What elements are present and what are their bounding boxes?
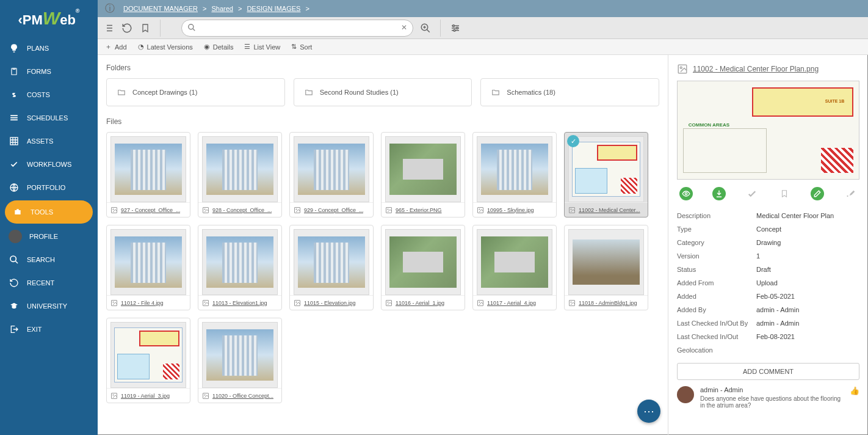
nav-profile[interactable]: PROFILE [0,225,98,248]
bookmark-icon[interactable] [139,22,151,34]
svg-point-10 [457,27,458,29]
history-icon[interactable] [121,22,133,34]
like-icon[interactable]: 👍 [850,386,859,409]
file-tile[interactable]: 11015 - Elevation.jpg [289,225,374,310]
comment: admin - Admin Does anyone else have ques… [677,386,859,409]
zoom-in-icon[interactable] [419,22,432,34]
comment-avatar [677,386,694,403]
view-action-icon[interactable] [679,187,693,200]
file-tile[interactable]: 11013 - Elevation1.jpg [198,225,282,310]
nav-assets[interactable]: ASSETS [0,130,98,153]
file-name: 11020 - Office Concept... [212,393,273,399]
svg-point-33 [479,301,480,302]
folder-tile[interactable]: Schematics (18) [480,78,659,106]
nav-search[interactable]: SEARCH [0,248,98,271]
list-view-button[interactable]: ☰ List View [244,43,280,51]
folders-label: Folders [106,64,659,72]
nav-label: WORKFLOWS [27,161,71,168]
image-icon [110,207,118,214]
add-button[interactable]: ＋ Add [105,42,127,51]
download-action-icon[interactable] [712,187,726,200]
nav-forms[interactable]: FORMS [0,60,98,83]
folder-tile[interactable]: Concept Drawings (1) [106,78,285,106]
details-button[interactable]: ◉ Details [204,43,234,51]
nav-schedules[interactable]: SCHEDULES [0,106,98,130]
breadcrumb: DOCUMENT MANAGER>Shared>DESIGN IMAGES> [123,5,309,12]
file-tile[interactable]: 10995 - Skyline.jpg [472,132,557,218]
nav-portfolio[interactable]: PORTFOLIO [0,176,98,199]
file-tile[interactable]: 928 - Concept_Office_... [198,132,282,218]
sidebar: ‹PMWeb® PLANSFORMSCOSTSSCHEDULESASSETSWO… [0,0,98,435]
nav-costs[interactable]: COSTS [0,83,98,106]
gradcap-icon [9,301,20,312]
exit-icon [9,324,20,335]
selected-badge-icon: ✓ [567,135,579,147]
nav-university[interactable]: UNIVERSITY [0,294,98,318]
comment-author: admin - Admin [700,386,844,393]
breadcrumb-item[interactable]: DOCUMENT MANAGER [123,5,198,12]
settings-sliders-icon[interactable] [449,22,461,34]
file-name: 11002 - Medical Center... [579,207,640,213]
meta-label: Type [677,225,756,233]
file-tile[interactable]: 11012 - File 4.jpg [106,225,190,310]
info-icon[interactable]: ⓘ [104,2,116,15]
clear-search-icon[interactable]: ✕ [401,23,407,32]
file-tile[interactable]: 11017 - Aerial_4.jpg [472,225,557,310]
sort-button[interactable]: ⇅ Sort [291,43,312,51]
file-tile[interactable]: ✓11002 - Medical Center... [564,132,648,218]
nav-workflows[interactable]: WORKFLOWS [0,153,98,176]
svg-point-41 [680,67,682,68]
nav-label: SEARCH [27,256,55,263]
file-thumbnail [202,322,278,388]
edit-action-icon[interactable] [811,187,824,200]
nav-label: FORMS [27,68,51,75]
meta-label: Added By [677,306,756,313]
image-icon [677,64,688,75]
file-name: 11012 - File 4.jpg [121,300,164,306]
file-tile[interactable]: 11018 - AdminBldg1.jpg [564,225,648,310]
nav-recent[interactable]: RECENT [0,271,98,294]
brush-action-icon[interactable] [844,187,857,200]
file-name: 11017 - Aerial_4.jpg [487,300,536,306]
toolbar: ✕ [98,17,868,39]
meta-value [756,346,859,354]
nav-plans[interactable]: PLANS [0,37,98,60]
file-thumbnail [110,322,186,388]
svg-point-39 [204,394,206,395]
meta-value: 1 [756,252,859,260]
nav-tools[interactable]: TOOLS [5,200,93,224]
bookmark-action-icon[interactable] [778,187,791,200]
file-tile[interactable]: 927 - Concept_Office_... [106,132,190,218]
meta-value: Feb-08-2021 [756,333,859,340]
file-tile[interactable]: 11020 - Office Concept... [198,318,282,403]
meta-value: Medical Center Floor Plan [756,212,859,219]
nav-exit[interactable]: EXIT [0,318,98,341]
svg-point-23 [571,208,572,210]
file-tile[interactable]: 965 - Exterior.PNG [381,132,465,218]
file-tile[interactable]: 929 - Concept_Office_... [289,132,374,218]
folder-tile[interactable]: Second Round Studies (1) [294,78,472,106]
file-thumbnail [477,136,552,202]
nav-label: PROFILE [29,233,58,240]
search-input[interactable] [181,20,413,37]
nav-label: EXIT [27,326,42,333]
latest-versions-button[interactable]: ◔ Latest Versions [138,43,193,51]
meta-row: Added FromUpload [677,276,859,290]
meta-label: Category [677,239,756,246]
image-icon [568,299,576,307]
list-icon[interactable] [103,22,115,34]
svg-point-7 [189,24,193,29]
add-comment-button[interactable]: ADD COMMENT [677,363,859,380]
breadcrumb-item[interactable]: DESIGN IMAGES [247,5,300,12]
breadcrumb-item[interactable]: Shared [211,5,233,12]
file-tile[interactable]: 11016 - Aerial_1.jpg [381,225,465,310]
history-icon [9,277,20,288]
file-tile[interactable]: 11019 - Aerial_3.jpg [106,318,190,403]
check-action-icon[interactable] [745,187,759,200]
meta-value: Concept [756,225,859,233]
image-icon [568,207,576,214]
fab-more-button[interactable]: ⋯ [637,400,660,423]
folder-icon [304,88,314,97]
details-title[interactable]: 11002 - Medical Center Floor Plan.png [693,65,819,73]
avatar-icon [9,230,22,243]
